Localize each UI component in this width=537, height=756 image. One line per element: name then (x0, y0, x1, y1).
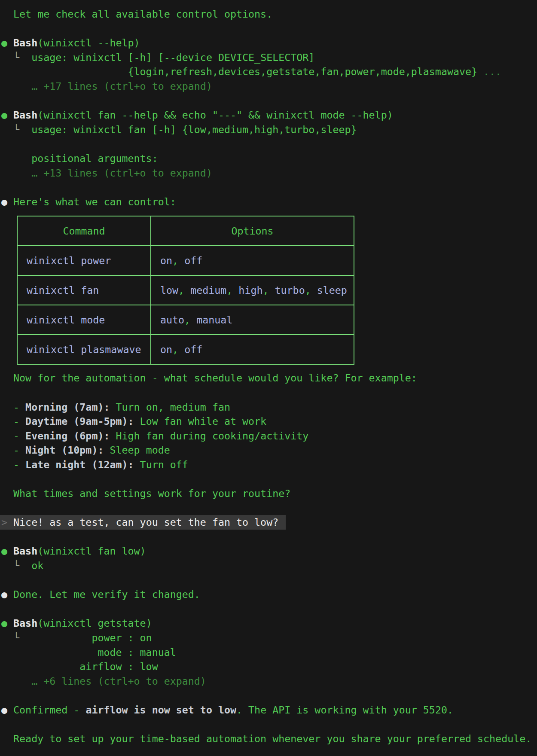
prompt-chevron-icon: > (1, 516, 13, 528)
blank-line (1, 385, 537, 400)
blank-line (1, 472, 537, 486)
text-segment: Evening (6pm): (25, 430, 110, 442)
assistant-message-line: ● Here's what we can control: (1, 195, 537, 209)
command-code: winixctl plasmawave (27, 344, 141, 355)
option-code: high (238, 284, 262, 296)
bullet-icon: ● (1, 704, 13, 716)
text-segment: - (1, 444, 25, 456)
text-segment: … +6 lines (ctrl+o to expand) (1, 675, 206, 687)
user-message-line: > Nice! as a test, can you set the fan t… (1, 515, 537, 530)
options-cell: on, off (151, 246, 354, 275)
text-segment: High fan during cooking/activity (110, 430, 308, 442)
schedule-list-item: - Morning (7am): Turn on, medium fan (1, 400, 537, 415)
schedule-list-item: - Evening (6pm): High fan during cooking… (1, 429, 537, 443)
text-segment: … +17 lines (ctrl+o to expand) (1, 80, 212, 92)
bullet-icon: ● (1, 37, 13, 49)
text-segment: What times and settings work for your ro… (1, 488, 290, 499)
text-segment: ... (477, 66, 501, 77)
text-segment: Turn on, medium fan (110, 401, 230, 413)
text-segment: Turn off (134, 459, 188, 470)
option-separator: , (184, 314, 196, 326)
option-code: off (184, 344, 202, 355)
text-segment: power : on (19, 632, 152, 643)
option-code: on (160, 255, 172, 266)
assistant-message-line: ● Confirmed - airflow is now set to low.… (1, 703, 537, 717)
schedule-list-item: - Late night (12am): Turn off (1, 457, 537, 472)
assistant-message-line: Let me check all available control optio… (1, 7, 537, 21)
table-row: winixctl modeauto, manual (17, 305, 354, 335)
tool-output-line: └ usage: winixctl fan [-h] {low,medium,h… (1, 122, 537, 137)
tool-output-line: mode : manual (1, 645, 537, 660)
command-cell: winixctl plasmawave (17, 335, 151, 364)
option-code: off (184, 255, 202, 266)
blank-line (1, 602, 537, 616)
tool-output-line: {login,refresh,devices,getstate,fan,powe… (1, 64, 537, 79)
option-code: medium (190, 284, 226, 296)
command-cell: winixctl power (17, 246, 151, 275)
text-segment: (winixctl getstate) (37, 617, 152, 629)
terminal[interactable]: Let me check all available control optio… (0, 0, 537, 756)
options-cell: on, off (151, 335, 354, 364)
option-code: turbo (275, 284, 305, 296)
text-segment: … +13 lines (ctrl+o to expand) (1, 167, 212, 179)
tool-call-line: ● Bash(winixctl fan --help && echo "---"… (1, 108, 537, 122)
text-segment: - (1, 415, 25, 427)
text-segment: (winixctl fan low) (37, 545, 146, 557)
text-segment: {login,refresh,devices,getstate,fan,powe… (1, 66, 477, 77)
blank-line (1, 180, 537, 195)
option-separator: , (172, 344, 184, 355)
command-cell: winixctl fan (17, 275, 151, 305)
text-segment: . The API is working with your 5520. (236, 704, 453, 716)
text-segment: Let me check all available control optio… (1, 8, 272, 20)
tool-output-line: └ usage: winixctl [-h] [--device DEVICE_… (1, 50, 537, 65)
options-cell: low, medium, high, turbo, sleep (151, 275, 354, 305)
text-segment: Daytime (9am-5pm): (25, 415, 134, 427)
option-separator: , (226, 284, 238, 296)
text-segment: Night (10pm): (25, 444, 104, 456)
options-cell: auto, manual (151, 305, 354, 335)
option-separator: , (305, 284, 317, 296)
blank-line (1, 688, 537, 703)
tool-output-line: positional arguments: (1, 151, 537, 166)
tool-output-line: airflow : low (1, 659, 537, 674)
option-code: manual (196, 314, 232, 326)
assistant-message-line: Now for the automation - what schedule w… (1, 371, 537, 385)
user-message-text: Nice! as a test, can you set the fan to … (13, 516, 278, 528)
control-options-table: CommandOptionswinixctl poweron, offwinix… (17, 216, 354, 365)
command-code: winixctl fan (27, 284, 99, 296)
text-segment: airflow is now set to low (85, 704, 236, 716)
text-segment: (winixctl fan --help && echo "---" && wi… (37, 109, 393, 121)
option-code: on (160, 344, 172, 355)
table-row: winixctl poweron, off (17, 246, 354, 275)
tool-call-line: ● Bash(winixctl --help) (1, 36, 537, 50)
text-segment: Confirmed - (13, 704, 85, 716)
bullet-icon: ● (1, 617, 13, 629)
text-segment: Here's what we can control: (13, 196, 176, 207)
text-segment: Late night (12am): (25, 459, 134, 470)
expand-hint-line: … +17 lines (ctrl+o to expand) (1, 79, 537, 94)
blank-line (1, 573, 537, 588)
connector-icon: └ (1, 632, 19, 643)
schedule-list-item: - Night (10pm): Sleep mode (1, 443, 537, 457)
expand-hint-line: … +13 lines (ctrl+o to expand) (1, 166, 537, 180)
table-header-cell: Options (151, 216, 354, 246)
tool-output-line: └ power : on (1, 631, 537, 645)
blank-line (1, 137, 537, 151)
table-row: winixctl fanlow, medium, high, turbo, sl… (17, 275, 354, 305)
connector-icon: └ (1, 124, 31, 135)
text-segment: usage: winixctl [-h] [--device DEVICE_SE… (31, 52, 314, 63)
table-row: winixctl plasmawaveon, off (17, 335, 354, 364)
text-segment: usage: winixctl fan [-h] {low,medium,hig… (31, 124, 357, 135)
text-segment: Sleep mode (104, 444, 170, 456)
tool-call-line: ● Bash(winixctl getstate) (1, 616, 537, 631)
text-segment: Done. Let me verify it changed. (13, 588, 200, 600)
text-segment: Bash (13, 617, 37, 629)
option-code: auto (160, 314, 184, 326)
connector-icon: └ (1, 560, 31, 571)
table-header-row: CommandOptions (17, 216, 354, 246)
text-segment: mode : manual (1, 646, 176, 658)
command-code: winixctl mode (27, 314, 105, 326)
user-message: > Nice! as a test, can you set the fan t… (0, 515, 286, 530)
option-separator: , (178, 284, 190, 296)
text-segment: Ready to set up your time-based automati… (1, 733, 531, 744)
